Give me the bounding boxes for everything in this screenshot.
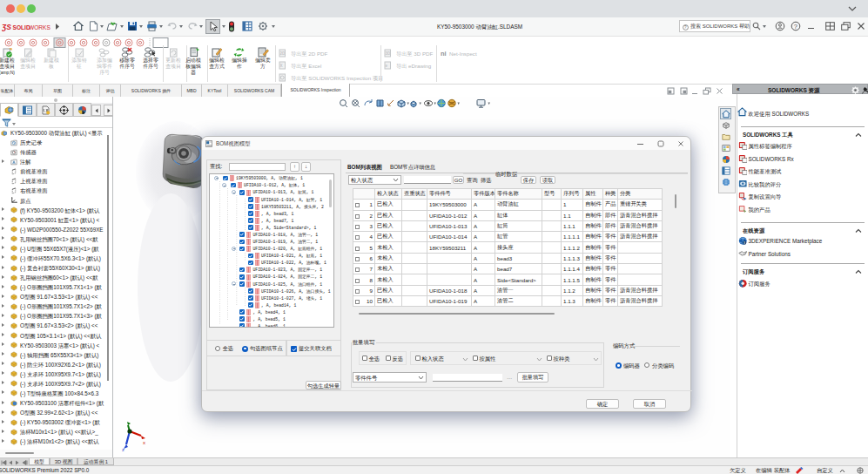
svg-text:?: ? <box>684 25 687 30</box>
svg-text:SOLID: SOLID <box>13 24 30 30</box>
svg-text:e: e <box>386 64 388 68</box>
svg-text:2D: 2D <box>279 51 286 56</box>
svg-text:x: x <box>143 440 145 445</box>
svg-text:3D: 3D <box>385 51 391 56</box>
svg-text:z: z <box>122 447 124 451</box>
svg-text:WORKS: WORKS <box>29 24 51 30</box>
svg-text:?: ? <box>794 23 797 30</box>
svg-text:ƷS: ƷS <box>2 23 11 31</box>
